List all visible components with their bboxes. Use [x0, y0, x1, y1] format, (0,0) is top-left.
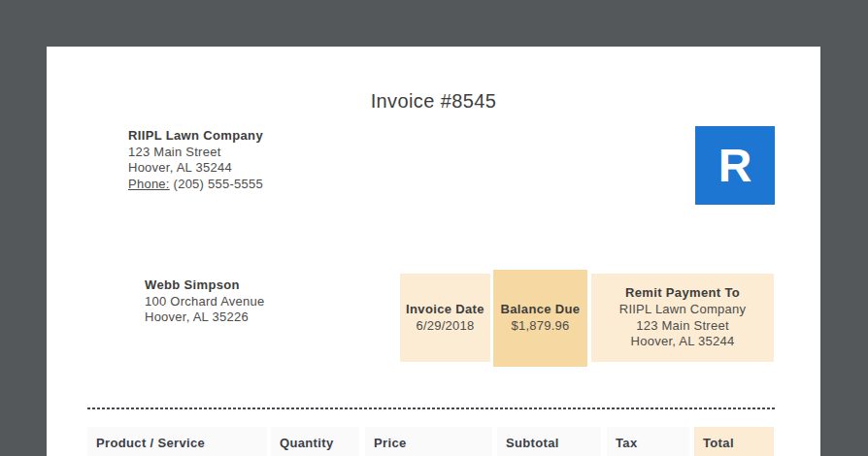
remit-address-line1: 123 Main Street [636, 318, 729, 335]
customer-address-line2: Hoover, AL 35226 [145, 309, 265, 326]
column-header-quantity: Quantity [271, 427, 359, 456]
customer-address-line1: 100 Orchard Avenue [145, 294, 265, 310]
company-phone: Phone: (205) 555-5555 [128, 177, 263, 193]
phone-label: Phone: [128, 177, 170, 191]
viewer-backdrop: { "header": { "title": "Invoice #8545" }… [0, 0, 868, 456]
balance-due-cell: Balance Due $1,879.96 [493, 270, 587, 367]
balance-due-value: $1,879.96 [511, 318, 569, 335]
company-block: RIIPL Lawn Company 123 Main Street Hoove… [128, 128, 263, 192]
company-logo: R [695, 126, 775, 205]
items-divider-dashed-line [87, 407, 775, 409]
customer-block: Webb Simpson 100 Orchard Avenue Hoover, … [145, 277, 265, 326]
invoice-date-label: Invoice Date [406, 302, 484, 318]
remit-name: RIIPL Lawn Company [619, 302, 746, 318]
remit-label: Remit Payment To [625, 285, 740, 302]
invoice-date-cell: Invoice Date 6/29/2018 [400, 274, 490, 362]
remit-payment-cell: Remit Payment To RIIPL Lawn Company 123 … [591, 274, 774, 362]
column-header-total: Total [694, 427, 774, 456]
column-header-subtotal: Subtotal [497, 427, 601, 456]
remit-address-line2: Hoover, AL 35244 [631, 334, 735, 350]
company-address-line1: 123 Main Street [128, 145, 263, 161]
phone-number: (205) 555-5555 [174, 177, 263, 191]
balance-due-label: Balance Due [501, 302, 581, 318]
column-header-tax: Tax [607, 427, 689, 456]
company-address-line2: Hoover, AL 35244 [128, 160, 263, 177]
customer-name: Webb Simpson [145, 277, 265, 294]
invoice-page: Invoice #8545 RIIPL Lawn Company 123 Mai… [47, 47, 820, 456]
logo-letter-r: R [718, 143, 752, 189]
page-title: Invoice #8545 [47, 90, 820, 113]
column-header-price: Price [365, 427, 492, 456]
invoice-date-value: 6/29/2018 [416, 318, 474, 335]
column-header-product-service: Product / Service [87, 427, 267, 456]
company-name: RIIPL Lawn Company [128, 128, 263, 145]
